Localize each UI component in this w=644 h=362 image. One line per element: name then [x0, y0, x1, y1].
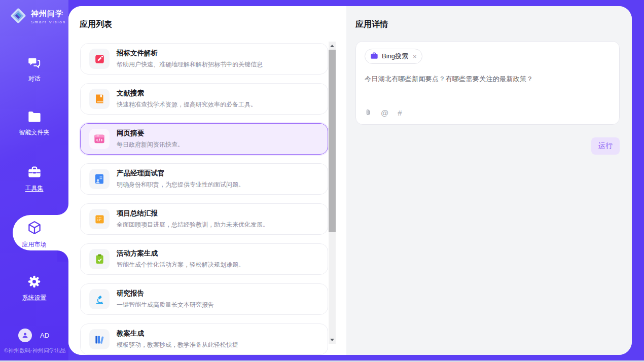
sidebar-item-label: 应用市场 — [22, 240, 47, 249]
app-card-title: 研究报告 — [117, 289, 214, 298]
app-card-desc: 模板驱动，教案秒成，教学准备从此轻松快捷 — [117, 341, 238, 349]
app-detail-panel: 应用详情 Bing搜索 × 今日湖北有哪些新闻要点？有哪些需要关注的最新政策？ … — [346, 6, 632, 355]
app-card-desc: 全面回顾项目进展，总结经验教训，助力未来优化发展。 — [117, 221, 269, 229]
app-card-title: 项目总结汇报 — [117, 209, 269, 218]
input-toolbar: @ # — [365, 108, 402, 118]
copyright-text: ©神州数码·神州问学出品 — [4, 347, 66, 354]
chat-icon — [27, 56, 41, 71]
hash-icon[interactable]: # — [398, 109, 402, 117]
app-card-web-summary[interactable]: 网页摘要 每日政府新闻资讯快查。 — [80, 123, 328, 155]
app-card-bid-doc-parse[interactable]: 招标文件解析 帮助用户快速、准确地理解和解析招标书中的关键信息 — [80, 43, 328, 75]
sidebar-item-smart-folder[interactable]: 智能文件夹 — [0, 111, 68, 142]
query-text[interactable]: 今日湖北有哪些新闻要点？有哪些需要关注的最新政策？ — [365, 75, 611, 84]
main-container: 应用列表 招标文件解析 帮助用户快速、准确地理解和解析招标书中的关键信息 文献搜… — [68, 6, 632, 355]
scroll-up-icon — [330, 45, 334, 47]
app-card-desc: 快速精准查找学术资源，提高研究效率的必备工具。 — [117, 100, 257, 109]
app-card-title: 教案生成 — [117, 329, 238, 338]
run-button[interactable]: 运行 — [591, 137, 620, 155]
active-tab-curve-top — [57, 204, 68, 215]
scroll-down-button[interactable] — [329, 336, 336, 344]
app-detail-title: 应用详情 — [355, 19, 388, 30]
prompt-card[interactable]: Bing搜索 × 今日湖北有哪些新闻要点？有哪些需要关注的最新政策？ @ # — [355, 41, 620, 125]
sidebar-item-toolset[interactable]: 工具集 — [0, 165, 68, 197]
scrollbar-thumb[interactable] — [329, 50, 336, 232]
sidebar-item-label: 智能文件夹 — [19, 128, 50, 137]
app-card-list: 招标文件解析 帮助用户快速、准确地理解和解析招标书中的关键信息 文献搜索 快速精… — [80, 43, 328, 355]
scroll-down-icon — [330, 339, 334, 341]
app-card-desc: 智能生成个性化活动方案，轻松解决规划难题。 — [117, 261, 244, 269]
sidebar-item-chat[interactable]: 对话 — [0, 56, 68, 87]
sidebar-item-label: 系统设置 — [22, 294, 47, 302]
app-card-title: 产品经理面试官 — [117, 169, 244, 178]
brand-subtitle: Smart Vision — [31, 20, 66, 24]
app-card-desc: 帮助用户快速、准确地理解和解析招标书中的关键信息 — [117, 60, 263, 69]
book-icon — [89, 89, 110, 109]
app-card-title: 文献搜索 — [117, 89, 257, 98]
app-list-title: 应用列表 — [80, 19, 112, 30]
active-tab-curve-bottom — [57, 250, 68, 262]
brand-name: 神州问学 — [31, 9, 66, 19]
app-card-literature-search[interactable]: 文献搜索 快速精准查找学术资源，提高研究效率的必备工具。 — [80, 83, 328, 115]
sidebar-item-app-market[interactable]: 应用市场 — [0, 220, 68, 251]
app-card-event-plan[interactable]: 活动方案生成 智能生成个性化活动方案，轻松解决规划难题。 — [80, 243, 328, 275]
folder-icon — [27, 111, 42, 125]
app-logo: 神州问学 Smart Vision — [9, 7, 66, 27]
tool-chip-label: Bing搜索 — [382, 52, 408, 61]
app-card-title: 网页摘要 — [117, 129, 184, 138]
close-icon[interactable]: × — [413, 53, 417, 60]
app-card-research-report[interactable]: 研究报告 一键智能生成高质量长文本研究报告 — [80, 283, 328, 315]
app-card-desc: 明确身份和职责，为您提供专业性的面试问题。 — [117, 180, 244, 189]
tool-chip-bing-search[interactable]: Bing搜索 × — [365, 49, 422, 64]
app-card-pm-interviewer[interactable]: 产品经理面试官 明确身份和职责，为您提供专业性的面试问题。 — [80, 163, 328, 195]
mention-icon[interactable]: @ — [381, 109, 388, 117]
app-card-desc: 每日政府新闻资讯快查。 — [117, 140, 184, 149]
interview-icon — [89, 169, 110, 189]
edit-doc-icon — [89, 49, 110, 69]
browser-code-icon — [89, 129, 110, 149]
app-card-lesson-plan[interactable]: 教案生成 模板驱动，教案秒成，教学准备从此轻松快捷 — [80, 323, 328, 355]
sidebar-item-label: 对话 — [28, 75, 41, 83]
attachment-icon[interactable] — [365, 108, 372, 118]
clipboard-check-icon — [89, 249, 110, 269]
toolbox-icon — [27, 165, 42, 181]
avatar — [18, 329, 32, 342]
app-list-scrollbar[interactable] — [329, 42, 336, 344]
scroll-up-button[interactable] — [329, 42, 336, 50]
user-initials: AD — [40, 332, 49, 339]
user-account[interactable]: AD — [18, 329, 49, 342]
books-icon — [89, 329, 110, 349]
sidebar-item-label: 工具集 — [25, 184, 44, 193]
app-card-desc: 一键智能生成高质量长文本研究报告 — [117, 301, 214, 309]
cube-icon — [27, 220, 42, 237]
gear-icon — [27, 275, 41, 291]
sidebar-item-settings[interactable]: 系统设置 — [0, 275, 68, 306]
app-card-project-summary[interactable]: 项目总结汇报 全面回顾项目进展，总结经验教训，助力未来优化发展。 — [80, 203, 328, 235]
briefcase-icon — [370, 52, 378, 61]
microscope-icon — [89, 289, 110, 309]
diamond-logo-icon — [9, 7, 27, 27]
app-card-title: 招标文件解析 — [117, 49, 263, 58]
app-card-title: 活动方案生成 — [117, 249, 244, 258]
app-list-panel: 应用列表 招标文件解析 帮助用户快速、准确地理解和解析招标书中的关键信息 文献搜… — [68, 6, 346, 355]
sidebar: 神州问学 Smart Vision 对话 智能文件夹 工具集 应用市场 系统设 — [0, 0, 68, 360]
note-icon — [89, 209, 110, 229]
